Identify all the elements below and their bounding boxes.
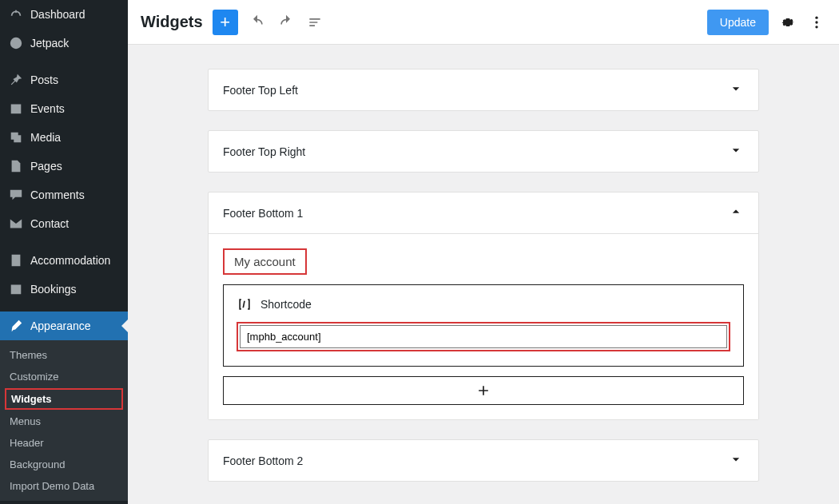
editor-topbar: Widgets + Update <box>128 0 839 45</box>
menu-bookings[interactable]: Bookings <box>0 275 128 304</box>
redo-icon <box>278 14 294 30</box>
menu-media[interactable]: Media <box>0 123 128 152</box>
menu-events[interactable]: Events <box>0 94 128 123</box>
shortcode-highlight <box>237 322 730 351</box>
menu-dashboard[interactable]: Dashboard <box>0 0 128 29</box>
update-button[interactable]: Update <box>707 10 769 35</box>
area-title: Footer Bottom 2 <box>223 454 303 467</box>
chevron-down-icon <box>728 451 744 470</box>
calendar-icon <box>8 281 24 297</box>
widget-heading[interactable]: My account <box>223 248 307 275</box>
settings-button[interactable] <box>778 13 797 32</box>
menu-comments[interactable]: Comments <box>0 181 128 209</box>
mail-icon <box>8 216 24 232</box>
area-toggle[interactable]: Footer Bottom 1 <box>209 192 758 233</box>
area-toggle[interactable]: Footer Bottom 2 <box>209 440 758 481</box>
menu-label: Dashboard <box>30 8 85 21</box>
menu-label: Media <box>30 131 61 144</box>
list-view-button[interactable] <box>305 13 324 32</box>
area-toggle[interactable]: Footer Top Left <box>209 69 758 110</box>
menu-contact[interactable]: Contact <box>0 209 128 238</box>
menu-label: Appearance <box>30 319 91 332</box>
menu-label: Comments <box>30 189 85 201</box>
menu-posts[interactable]: Posts <box>0 65 128 94</box>
shortcode-input[interactable] <box>240 325 727 348</box>
area-title: Footer Top Right <box>223 145 305 158</box>
chevron-down-icon <box>728 81 744 99</box>
menu-accommodation[interactable]: Accommodation <box>0 246 128 275</box>
menu-label: Contact <box>30 217 69 230</box>
list-view-icon <box>307 14 323 30</box>
media-icon <box>8 129 24 145</box>
menu-label: Bookings <box>30 283 77 296</box>
area-title: Footer Top Left <box>223 84 298 97</box>
submenu-widgets[interactable]: Widgets <box>5 388 123 410</box>
submenu-background[interactable]: Background <box>0 454 128 475</box>
submenu-appearance: Themes Customize Widgets Menus Header Ba… <box>0 340 128 501</box>
menu-pages[interactable]: Pages <box>0 152 128 181</box>
main-column: Widgets + Update Footer Top Left <box>128 0 839 504</box>
area-body: My account Shortcode <box>209 233 758 419</box>
comment-icon <box>8 187 24 203</box>
submenu-customize[interactable]: Customize <box>0 366 128 387</box>
pin-icon <box>8 72 24 88</box>
menu-label: Pages <box>30 160 62 173</box>
brush-icon <box>8 318 24 334</box>
widget-area-footer-bottom-1: Footer Bottom 1 My account Shortcode <box>208 192 759 420</box>
menu-appearance[interactable]: Appearance <box>0 312 128 340</box>
widget-canvas: Footer Top Left Footer Top Right Footer … <box>128 45 839 504</box>
svg-point-2 <box>815 21 817 23</box>
widget-area-footer-bottom-2: Footer Bottom 2 <box>208 439 759 482</box>
chevron-down-icon <box>728 142 744 161</box>
page-title: Widgets <box>141 13 203 31</box>
chevron-up-icon <box>728 204 744 222</box>
widget-area-footer-top-left: Footer Top Left <box>208 69 759 111</box>
area-title: Footer Bottom 1 <box>223 207 303 220</box>
calendar-icon <box>8 101 24 117</box>
plus-icon <box>475 383 491 399</box>
block-header: Shortcode <box>237 296 730 312</box>
redo-button[interactable] <box>276 13 296 32</box>
area-toggle[interactable]: Footer Top Right <box>209 131 758 172</box>
menu-label: Jetpack <box>30 37 69 50</box>
append-block-button[interactable] <box>223 376 744 405</box>
building-icon <box>8 252 24 268</box>
kebab-icon <box>809 14 825 30</box>
submenu-header[interactable]: Header <box>0 432 128 454</box>
jetpack-icon <box>8 35 24 51</box>
submenu-themes[interactable]: Themes <box>0 344 128 366</box>
submenu-menus[interactable]: Menus <box>0 411 128 432</box>
pages-icon <box>8 158 24 174</box>
options-button[interactable] <box>807 13 826 32</box>
undo-icon <box>249 14 265 30</box>
menu-label: Events <box>30 102 65 115</box>
menu-label: Accommodation <box>30 254 110 267</box>
widget-area-footer-top-right: Footer Top Right <box>208 130 759 173</box>
menu-jetpack[interactable]: Jetpack <box>0 29 128 58</box>
submenu-import-demo[interactable]: Import Demo Data <box>0 475 128 497</box>
admin-sidebar: Dashboard Jetpack Posts Events Media Pag… <box>0 0 128 504</box>
block-type-label: Shortcode <box>260 298 312 311</box>
shortcode-icon <box>237 296 252 312</box>
shortcode-block[interactable]: Shortcode <box>223 284 744 367</box>
svg-point-3 <box>815 26 817 28</box>
svg-point-0 <box>10 38 22 49</box>
menu-label: Posts <box>30 73 58 86</box>
undo-button[interactable] <box>248 13 267 32</box>
add-block-button[interactable]: + <box>213 10 238 35</box>
svg-point-1 <box>815 16 817 18</box>
dashboard-icon <box>8 6 24 22</box>
plus-icon: + <box>220 14 230 31</box>
gear-icon <box>780 14 796 30</box>
